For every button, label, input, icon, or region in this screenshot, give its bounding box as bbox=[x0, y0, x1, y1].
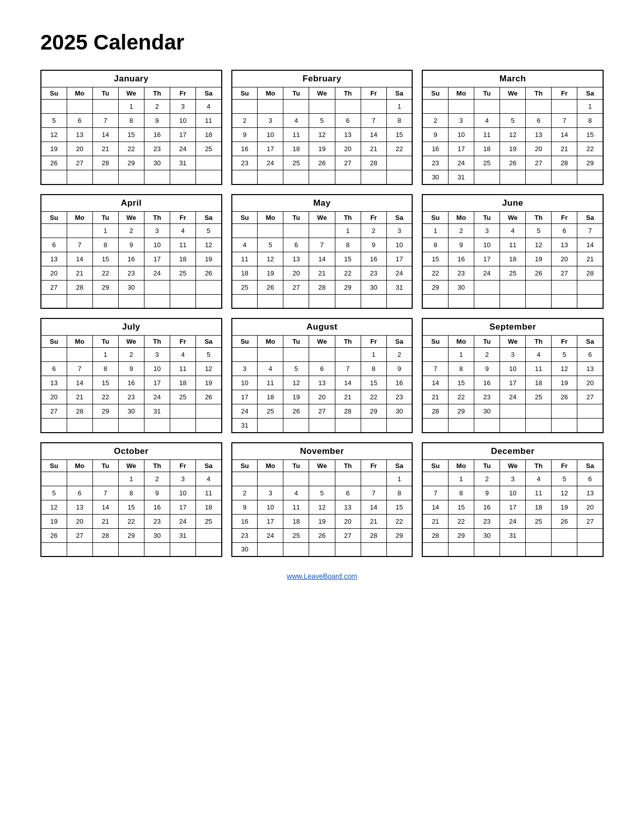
footer-link[interactable]: www.LeaveBoard.com bbox=[287, 572, 357, 580]
day-cell: 28 bbox=[361, 528, 386, 542]
day-cell: 28 bbox=[361, 156, 386, 170]
day-cell: 9 bbox=[232, 500, 258, 514]
day-cell: 24 bbox=[386, 266, 412, 280]
day-cell bbox=[577, 542, 603, 557]
week-row: 12 bbox=[232, 348, 413, 362]
day-cell: 11 bbox=[232, 252, 258, 266]
week-row: 1234567 bbox=[422, 223, 603, 238]
day-cell: 7 bbox=[422, 362, 448, 376]
day-cell: 29 bbox=[448, 404, 474, 419]
day-cell: 30 bbox=[474, 528, 500, 542]
day-cell: 5 bbox=[309, 114, 335, 128]
day-cell: 4 bbox=[196, 472, 222, 486]
day-header-mo: Mo bbox=[448, 459, 474, 472]
day-cell: 18 bbox=[283, 142, 309, 156]
day-cell bbox=[526, 280, 552, 294]
day-cell: 30 bbox=[361, 280, 386, 294]
day-cell: 13 bbox=[335, 128, 361, 142]
day-cell: 6 bbox=[309, 362, 335, 376]
day-cell bbox=[386, 170, 412, 184]
day-cell: 20 bbox=[577, 376, 603, 390]
day-header-th: Th bbox=[335, 211, 361, 223]
day-cell bbox=[232, 472, 258, 486]
day-header-tu: Tu bbox=[92, 211, 118, 223]
day-cell: 18 bbox=[196, 128, 222, 142]
day-cell: 6 bbox=[335, 114, 361, 128]
day-cell: 22 bbox=[448, 514, 474, 528]
day-cell bbox=[258, 348, 283, 362]
day-cell bbox=[196, 294, 222, 308]
day-cell: 29 bbox=[422, 280, 448, 294]
day-cell: 13 bbox=[67, 128, 92, 142]
day-cell: 11 bbox=[526, 486, 552, 500]
day-cell: 25 bbox=[526, 514, 552, 528]
day-header-tu: Tu bbox=[283, 211, 309, 223]
day-cell: 14 bbox=[335, 376, 361, 390]
month-name-november: November bbox=[232, 443, 413, 460]
day-header-fr: Fr bbox=[552, 211, 577, 223]
day-cell: 17 bbox=[232, 390, 258, 404]
month-name-april: April bbox=[41, 195, 222, 212]
day-cell bbox=[196, 419, 222, 433]
day-cell: 8 bbox=[577, 114, 603, 128]
day-cell: 10 bbox=[500, 362, 526, 376]
day-cell bbox=[258, 100, 283, 114]
day-cell: 10 bbox=[448, 128, 474, 142]
day-cell bbox=[577, 419, 603, 433]
day-cell: 29 bbox=[335, 280, 361, 294]
day-cell: 22 bbox=[118, 142, 144, 156]
week-row: 13141516171819 bbox=[41, 376, 222, 390]
day-header-we: We bbox=[309, 336, 335, 348]
day-cell: 23 bbox=[232, 156, 258, 170]
day-cell: 13 bbox=[335, 500, 361, 514]
day-cell: 16 bbox=[118, 376, 144, 390]
day-cell: 14 bbox=[309, 252, 335, 266]
day-cell bbox=[474, 170, 500, 184]
day-cell: 15 bbox=[448, 500, 474, 514]
month-table-january: JanuarySuMoTuWeThFrSa1234567891011121314… bbox=[40, 70, 222, 185]
day-cell: 30 bbox=[386, 404, 412, 419]
day-cell: 9 bbox=[386, 362, 412, 376]
day-cell bbox=[448, 100, 474, 114]
day-header-fr: Fr bbox=[361, 211, 386, 223]
week-row: 22232425262728 bbox=[422, 266, 603, 280]
day-header-mo: Mo bbox=[67, 211, 92, 223]
day-cell bbox=[577, 280, 603, 294]
day-header-we: We bbox=[118, 459, 144, 472]
day-cell: 20 bbox=[335, 142, 361, 156]
day-cell bbox=[170, 170, 195, 184]
day-header-we: We bbox=[500, 336, 526, 348]
day-cell: 4 bbox=[170, 223, 195, 238]
day-cell: 14 bbox=[67, 252, 92, 266]
day-cell bbox=[283, 100, 309, 114]
day-header-tu: Tu bbox=[283, 459, 309, 472]
day-cell: 12 bbox=[552, 486, 577, 500]
day-cell: 7 bbox=[577, 223, 603, 238]
day-cell: 17 bbox=[500, 376, 526, 390]
day-cell: 5 bbox=[41, 486, 67, 500]
day-header-fr: Fr bbox=[552, 336, 577, 348]
day-header-we: We bbox=[309, 211, 335, 223]
day-cell: 7 bbox=[92, 114, 118, 128]
day-cell: 19 bbox=[552, 376, 577, 390]
day-cell bbox=[170, 542, 195, 557]
day-cell: 8 bbox=[92, 238, 118, 252]
day-cell bbox=[170, 280, 195, 294]
day-cell bbox=[67, 348, 92, 362]
day-cell: 2 bbox=[232, 114, 258, 128]
day-cell: 21 bbox=[422, 390, 448, 404]
day-cell: 4 bbox=[170, 348, 195, 362]
day-cell: 14 bbox=[361, 500, 386, 514]
week-row: 14151617181920 bbox=[422, 500, 603, 514]
week-row: 3031 bbox=[422, 170, 603, 184]
day-header-su: Su bbox=[232, 336, 258, 348]
week-row: 2930 bbox=[422, 280, 603, 294]
day-cell bbox=[552, 528, 577, 542]
day-cell: 1 bbox=[118, 100, 144, 114]
month-name-march: March bbox=[422, 70, 603, 87]
day-cell: 10 bbox=[500, 486, 526, 500]
day-header-th: Th bbox=[144, 336, 170, 348]
day-cell: 26 bbox=[258, 280, 283, 294]
day-cell: 10 bbox=[474, 238, 500, 252]
day-cell: 12 bbox=[196, 238, 222, 252]
